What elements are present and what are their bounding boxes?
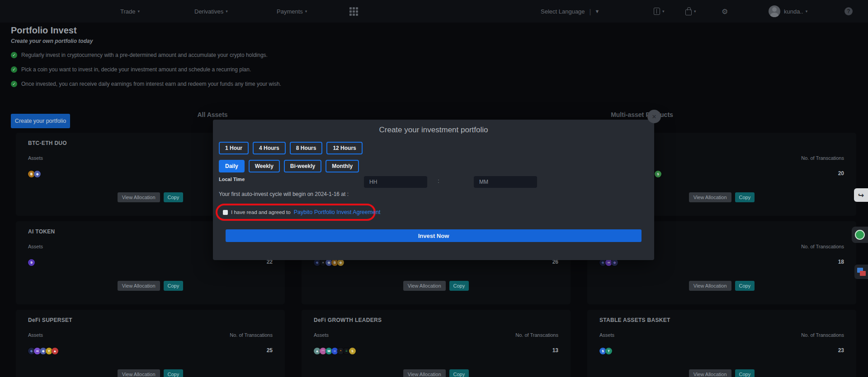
view-allocation-button[interactable]: View Allocation: [118, 192, 160, 202]
usdt-coin-icon: T: [605, 348, 612, 354]
user-label: kunda..: [784, 8, 803, 15]
grid-apps-icon[interactable]: [349, 0, 358, 23]
transactions-value: 20: [838, 170, 844, 177]
copy-button[interactable]: Copy: [164, 192, 184, 202]
card-name: DeFi GROWTH LEADERS: [314, 317, 382, 323]
window-tiles-icon[interactable]: [854, 265, 868, 279]
copy-button[interactable]: Copy: [735, 369, 755, 377]
minute-input[interactable]: [474, 176, 537, 188]
nav-trade[interactable]: Trade▾: [120, 0, 140, 23]
hour-options-row: 1 Hour4 Hours8 Hours12 Hours: [219, 142, 363, 154]
copy-button[interactable]: Copy: [449, 369, 469, 377]
frequency-option-daily[interactable]: Daily: [219, 160, 245, 172]
transactions-label: No. of Transcations: [801, 332, 844, 338]
transactions-label: No. of Transcations: [515, 332, 558, 338]
copy-button[interactable]: Copy: [164, 281, 184, 291]
agreement-highlight-box: I have read and agreed to Paybito Portfo…: [216, 204, 376, 221]
chevron-down-icon: ▾: [806, 9, 808, 14]
frequency-option-monthly[interactable]: Monthly: [326, 160, 359, 172]
assets-label: Assets: [599, 332, 614, 338]
share-arrow-icon[interactable]: ↪: [854, 188, 868, 202]
user-avatar-icon: [769, 5, 780, 17]
transactions-value: 13: [552, 347, 558, 354]
copy-button[interactable]: Copy: [735, 281, 755, 291]
eth-dark-coin-icon: ◆: [611, 259, 618, 266]
asset-coin-row: ฿◆: [28, 171, 40, 177]
view-allocation-button[interactable]: View Allocation: [689, 192, 731, 202]
portfolio-card: DeFi SUPERSETAssetsNo. of Transcations◈∞…: [16, 310, 285, 377]
card-name: DeFi SUPERSET: [28, 317, 72, 323]
cycle-begin-text: Your first auto-invest cycle will begin …: [219, 191, 349, 197]
view-allocation-button[interactable]: View Allocation: [403, 369, 446, 377]
feature-bullet: ✓Pick a coin you want to invest in, deci…: [11, 66, 251, 73]
shopping-bag-icon[interactable]: ▾: [685, 0, 696, 23]
tab-all-assets[interactable]: All Assets: [181, 111, 244, 118]
card-name: BTC-ETH DUO: [28, 140, 67, 146]
portfolio-invest-page: Trade▾ Derivatives▾ Payments▾ Select Lan…: [0, 0, 868, 377]
brand-green-icon[interactable]: [852, 227, 868, 243]
ledger-book-icon[interactable]: ▾: [654, 0, 665, 23]
hour-input[interactable]: [364, 176, 427, 188]
frequency-option-weekly[interactable]: Weekly: [249, 160, 280, 172]
create-portfolio-button[interactable]: Create your portfolio: [11, 114, 70, 128]
page-subtitle: Create your own portfolio today: [11, 38, 93, 44]
view-allocation-button[interactable]: View Allocation: [118, 369, 160, 377]
agreement-text: I have read and agreed to: [231, 209, 291, 215]
interval-option-1-hour[interactable]: 1 Hour: [219, 142, 249, 154]
copy-button[interactable]: Copy: [735, 192, 755, 202]
close-icon[interactable]: ✕: [647, 110, 661, 123]
portfolio-card: DeFi GROWTH LEADERSAssetsNo. of Transcat…: [302, 310, 571, 377]
chevron-down-icon: ▾: [137, 9, 140, 14]
gear-icon[interactable]: ⚙: [722, 0, 728, 23]
green-dollar-coin-icon: $: [655, 171, 661, 177]
chevron-down-icon: ▾: [694, 9, 696, 14]
card-name: AI TOKEN: [28, 228, 55, 235]
view-allocation-button[interactable]: View Allocation: [403, 281, 446, 291]
user-menu[interactable]: kunda.. ▾: [769, 0, 807, 23]
view-allocation-button[interactable]: View Allocation: [118, 281, 160, 291]
assets-label: Assets: [314, 332, 329, 338]
assets-label: Assets: [28, 332, 43, 338]
frequency-options-row: DailyWeeklyBi-weeklyMonthly: [219, 160, 359, 172]
eth-coin-icon: ◆: [34, 171, 41, 177]
chevron-down-icon: ▾: [305, 9, 307, 14]
agreement-checkbox[interactable]: [223, 210, 228, 215]
view-allocation-button[interactable]: View Allocation: [689, 281, 731, 291]
asset-coin-row: ◈∞◆Y▲: [28, 348, 57, 354]
invest-now-button[interactable]: Invest Now: [226, 229, 642, 242]
transactions-label: No. of Transcations: [801, 244, 844, 249]
frequency-option-bi-weekly[interactable]: Bi-weekly: [284, 160, 321, 172]
interval-option-12-hours[interactable]: 12 Hours: [326, 142, 362, 154]
assets-label: Assets: [28, 244, 43, 249]
transactions-label: No. of Transcations: [801, 155, 844, 161]
agreement-link[interactable]: Paybito Portfolio Invest Agreement: [294, 209, 381, 215]
modal-title: Create your investment portfolio: [213, 126, 654, 135]
copy-button[interactable]: Copy: [164, 369, 184, 377]
bnb-coin-icon: ◆: [337, 259, 344, 266]
top-navbar: Trade▾ Derivatives▾ Payments▾ Select Lan…: [0, 0, 868, 23]
asset-coin-row: 9: [28, 259, 34, 266]
time-separator: :: [436, 178, 441, 184]
chevron-down-icon: ▾: [662, 9, 665, 14]
create-investment-portfolio-modal: ✕ Create your investment portfolio 1 Hou…: [213, 120, 654, 260]
nav-payments[interactable]: Payments▾: [277, 0, 307, 23]
transactions-value: 25: [267, 347, 273, 354]
interval-option-4-hours[interactable]: 4 Hours: [253, 142, 286, 154]
asset-coin-row: ▲◠M○*≡$: [314, 348, 355, 354]
assets-label: Assets: [28, 155, 43, 161]
nav-derivatives[interactable]: Derivatives▾: [194, 0, 228, 23]
card-name: STABLE ASSETS BASKET: [599, 317, 670, 323]
transactions-value: 18: [838, 259, 844, 265]
grt-coin-icon: 9: [28, 259, 35, 266]
view-allocation-button[interactable]: View Allocation: [689, 369, 731, 377]
copy-button[interactable]: Copy: [449, 281, 469, 291]
help-icon[interactable]: ?: [844, 0, 853, 23]
asset-coin-row: $T: [599, 348, 611, 354]
transactions-value: 23: [838, 347, 844, 354]
chevron-down-icon: ▾: [226, 9, 228, 14]
interval-option-8-hours[interactable]: 8 Hours: [290, 142, 323, 154]
local-time-label: Local Time: [219, 177, 245, 182]
tab-multi-asset-products[interactable]: Multi-asset Products: [592, 111, 692, 118]
feature-bullet: ✓Regularly invest in cryptocurrency with…: [11, 52, 268, 58]
language-selector[interactable]: Select Language|▼: [541, 0, 599, 23]
